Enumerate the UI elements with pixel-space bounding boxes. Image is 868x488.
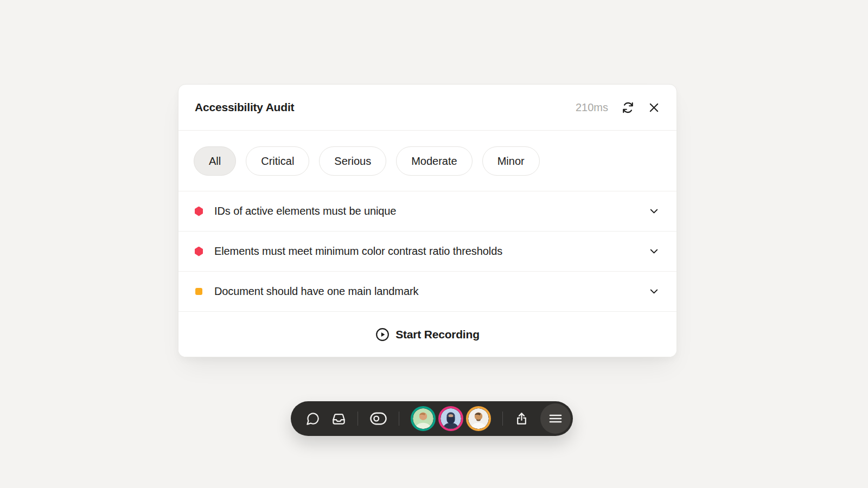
- inbox-tray-icon: [331, 412, 346, 426]
- severity-critical-icon: [195, 247, 203, 256]
- issue-list: IDs of active elements must be unique El…: [178, 191, 676, 311]
- avatar[interactable]: [466, 406, 491, 431]
- observe-toggle-icon: [369, 412, 387, 426]
- severity-critical-icon: [195, 207, 203, 216]
- avatar-group: [411, 406, 491, 431]
- inbox-button[interactable]: [331, 412, 346, 426]
- filter-moderate[interactable]: Moderate: [396, 146, 473, 176]
- accessibility-audit-panel: Accessibility Audit 210ms: [178, 84, 677, 357]
- issue-row[interactable]: IDs of active elements must be unique: [178, 191, 676, 231]
- severity-moderate-icon: [195, 288, 202, 295]
- close-icon: [648, 101, 660, 114]
- share-button[interactable]: [514, 412, 529, 426]
- filter-minor[interactable]: Minor: [482, 146, 540, 176]
- panel-header: Accessibility Audit 210ms: [178, 85, 676, 131]
- start-recording-button[interactable]: Start Recording: [178, 311, 676, 357]
- chat-button[interactable]: [305, 412, 320, 426]
- menu-button[interactable]: [540, 403, 571, 434]
- chevron-down-icon: [648, 205, 660, 217]
- hamburger-menu-icon: [549, 413, 562, 424]
- issue-label: Document should have one main landmark: [214, 285, 418, 298]
- filter-critical[interactable]: Critical: [246, 146, 309, 176]
- chevron-down-icon: [648, 285, 660, 298]
- play-circle-icon: [375, 328, 390, 342]
- collaboration-toolbar: [291, 401, 573, 436]
- toolbar-divider: [502, 412, 503, 426]
- filter-all[interactable]: All: [194, 146, 236, 176]
- filter-serious[interactable]: Serious: [319, 146, 386, 176]
- issue-label: IDs of active elements must be unique: [214, 205, 396, 217]
- start-recording-label: Start Recording: [395, 328, 480, 341]
- issue-row[interactable]: Document should have one main landmark: [178, 271, 676, 311]
- observe-toggle-button[interactable]: [369, 412, 387, 426]
- issue-row[interactable]: Elements must meet minimum color contras…: [178, 231, 676, 271]
- chat-bubble-icon: [305, 412, 320, 426]
- share-upload-icon: [514, 412, 529, 426]
- severity-filter-group: All Critical Serious Moderate Minor: [178, 131, 676, 191]
- close-button[interactable]: [648, 101, 660, 114]
- avatar[interactable]: [438, 406, 463, 431]
- chevron-down-icon: [648, 245, 660, 258]
- refresh-icon: [621, 101, 635, 114]
- page-title: Accessibility Audit: [195, 101, 294, 114]
- issue-label: Elements must meet minimum color contras…: [214, 245, 502, 258]
- refresh-button[interactable]: [621, 101, 635, 114]
- toolbar-divider: [399, 412, 399, 426]
- avatar[interactable]: [411, 406, 436, 431]
- audit-duration: 210ms: [576, 101, 608, 114]
- toolbar-divider: [358, 412, 358, 426]
- header-actions: 210ms: [576, 101, 660, 114]
